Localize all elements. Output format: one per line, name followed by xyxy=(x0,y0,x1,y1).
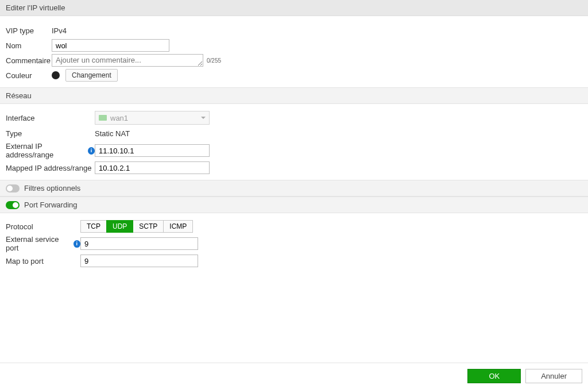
info-icon[interactable]: i xyxy=(88,147,95,155)
protocol-sctp-button[interactable]: SCTP xyxy=(133,220,164,233)
vip-section: VIP type IPv4 Nom Commentaire 0/255 Coul… xyxy=(0,16,588,87)
comment-counter: 0/255 xyxy=(207,57,221,64)
filters-section-header: Filtres optionnels xyxy=(0,180,588,197)
portforward-title: Port Forwarding xyxy=(24,201,77,209)
protocol-icmp-button[interactable]: ICMP xyxy=(163,220,193,233)
protocol-label: Protocol xyxy=(6,222,33,231)
map-port-label: Map to port xyxy=(6,257,44,265)
interface-label: Interface xyxy=(6,114,35,122)
external-ip-label: External IP address/range xyxy=(6,142,86,159)
type-value: Static NAT xyxy=(95,129,130,138)
name-label: Nom xyxy=(6,41,52,50)
name-input[interactable] xyxy=(52,39,169,52)
mapped-ip-input[interactable] xyxy=(95,161,210,174)
filters-title: Filtres optionnels xyxy=(24,184,80,192)
map-port-input[interactable] xyxy=(80,255,198,267)
interface-value: wan1 xyxy=(110,114,128,122)
content-area: VIP type IPv4 Nom Commentaire 0/255 Coul… xyxy=(0,16,588,363)
color-swatch-icon xyxy=(52,71,60,79)
type-label: Type xyxy=(6,129,22,138)
external-ip-input[interactable] xyxy=(95,144,210,157)
external-port-label: External service port xyxy=(6,235,71,252)
portforward-section: Protocol TCP UDP SCTP ICMP External serv… xyxy=(0,213,588,273)
page-title: Editer l'IP virtuelle xyxy=(0,0,588,16)
interface-icon xyxy=(99,115,107,121)
portforward-section-header: Port Forwarding xyxy=(0,197,588,213)
change-color-button[interactable]: Changement xyxy=(65,69,118,82)
comment-textarea[interactable] xyxy=(52,54,203,67)
protocol-tcp-button[interactable]: TCP xyxy=(80,220,107,233)
color-label: Couleur xyxy=(6,71,52,80)
filters-toggle[interactable] xyxy=(6,184,20,192)
protocol-group: TCP UDP SCTP ICMP xyxy=(80,220,193,233)
network-section-title: Réseau xyxy=(0,87,588,104)
comment-label: Commentaire xyxy=(6,56,52,65)
footer: OK Annuler xyxy=(0,363,588,389)
interface-select[interactable]: wan1 xyxy=(95,111,210,125)
cancel-button[interactable]: Annuler xyxy=(525,369,582,383)
chevron-down-icon xyxy=(201,117,206,119)
external-port-input[interactable] xyxy=(80,237,198,250)
vip-type-value: IPv4 xyxy=(52,26,67,35)
network-section: Interface wan1 Type Static NAT External … xyxy=(0,104,588,180)
info-icon[interactable]: i xyxy=(74,240,80,248)
vip-type-label: VIP type xyxy=(6,26,52,35)
protocol-udp-button[interactable]: UDP xyxy=(106,220,133,233)
mapped-ip-label: Mapped IP address/range xyxy=(6,164,91,172)
portforward-toggle[interactable] xyxy=(6,201,20,209)
ok-button[interactable]: OK xyxy=(467,369,521,383)
